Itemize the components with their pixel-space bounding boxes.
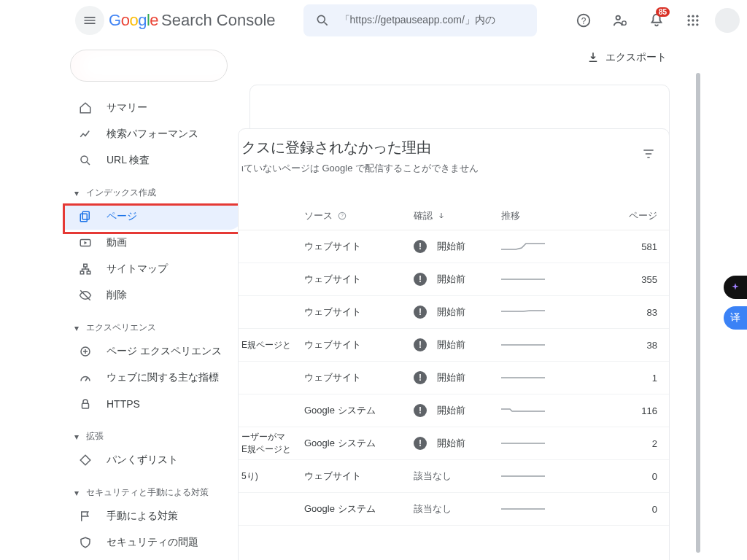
table-row[interactable]: ーザーがマ E規ページとGoogle システム!開始前2 — [239, 427, 669, 460]
svg-point-10 — [696, 19, 698, 21]
cell-confirm: !開始前 — [414, 404, 501, 417]
cell-source: ウェブサイト — [304, 371, 414, 384]
status-dot-icon: ! — [414, 306, 427, 319]
status-dot-icon: ! — [414, 338, 427, 351]
cell-confirm: !開始前 — [414, 273, 501, 286]
table-header-row: ソース ? 確認 推移 ページ — [239, 201, 669, 230]
property-selector[interactable] — [70, 50, 228, 82]
sparkline-icon — [501, 502, 545, 515]
table-row[interactable]: ウェブサイト!開始前1 — [239, 362, 669, 394]
lock-icon — [79, 397, 96, 411]
table-row[interactable]: ウェブサイト!開始前83 — [239, 296, 669, 329]
plus-circle-icon — [79, 345, 96, 358]
svg-point-12 — [692, 23, 694, 26]
cell-confirm: 該当なし — [414, 502, 501, 516]
sidebar-item-manual-actions[interactable]: 手動による対策 — [64, 503, 242, 529]
cell-confirm: !開始前 — [414, 338, 501, 351]
product-logo[interactable]: Google Search Console — [109, 11, 276, 30]
th-confirm[interactable]: 確認 — [414, 209, 501, 222]
table-row[interactable]: ウェブサイト!開始前355 — [239, 263, 669, 296]
diamond-icon — [79, 454, 96, 467]
sidebar-item-core-web-vitals[interactable]: ウェブに関する主な指標 — [64, 365, 242, 391]
cell-pages: 2 — [599, 438, 657, 449]
cell-reason: 5り) — [239, 470, 304, 483]
cell-trend — [501, 436, 589, 451]
svg-point-5 — [688, 15, 690, 18]
confirm-text: 開始前 — [437, 371, 465, 384]
cell-pages: 1 — [599, 373, 657, 384]
filter-button[interactable] — [641, 147, 656, 164]
sidebar-item-breadcrumbs[interactable]: パンくずリスト — [64, 447, 242, 473]
section-indexing[interactable]: ▾ インデックス作成 — [64, 174, 242, 203]
table-row[interactable]: Google システム!開始前116 — [239, 394, 669, 427]
th-trend[interactable]: 推移 — [501, 209, 589, 222]
notifications-button[interactable]: 85 — [642, 6, 671, 35]
speed-icon — [79, 371, 96, 384]
cell-trend — [501, 469, 589, 484]
top-right-actions: ? 85 — [569, 6, 740, 35]
table-row[interactable]: E規ページとウェブサイト!開始前38 — [239, 329, 669, 362]
sidebar-item-url-inspect[interactable]: URL 検査 — [64, 147, 242, 174]
confirm-text: 開始前 — [437, 404, 465, 417]
section-title: インデックス作成 — [86, 187, 156, 199]
sparkline-icon — [501, 370, 545, 384]
search-icon — [315, 13, 330, 28]
cell-pages: 0 — [599, 471, 657, 482]
table-row[interactable]: 5り)ウェブサイト該当なし0 — [239, 460, 669, 493]
sidebar-item-label: URL 検査 — [107, 154, 150, 167]
sidebar-item-removals[interactable]: 削除 — [64, 282, 242, 308]
help-button[interactable]: ? — [569, 6, 598, 35]
sidebar-item-label: HTTPS — [107, 398, 140, 410]
sidebar-item-video[interactable]: 動画 — [64, 230, 242, 256]
cell-pages: 0 — [599, 504, 657, 515]
sparkline-icon — [501, 469, 545, 482]
account-settings-button[interactable] — [605, 6, 635, 35]
svg-point-13 — [696, 23, 698, 26]
sparkline-icon — [501, 338, 545, 351]
confirm-text: 開始前 — [437, 306, 465, 319]
hamburger-menu-button[interactable] — [75, 6, 104, 35]
sidebar-item-label: 検索パフォーマンス — [107, 128, 198, 141]
th-pages[interactable]: ページ — [599, 209, 657, 222]
section-security[interactable]: ▾ セキュリティと手動による対策 — [64, 473, 242, 503]
translate-button[interactable]: 译 — [724, 306, 747, 330]
user-avatar[interactable] — [715, 8, 740, 33]
sidebar-item-https[interactable]: HTTPS — [64, 391, 242, 417]
confirm-text: 該当なし — [414, 502, 452, 516]
cell-confirm: !開始前 — [414, 306, 501, 319]
th-source[interactable]: ソース ? — [304, 209, 414, 222]
section-enhancements[interactable]: ▾ 拡張 — [64, 417, 242, 447]
cell-trend — [501, 272, 589, 287]
export-button[interactable]: エクスポート — [587, 51, 667, 64]
sidebar-item-performance[interactable]: 検索パフォーマンス — [64, 121, 242, 147]
chevron-down-icon: ▾ — [74, 188, 86, 198]
search-input[interactable]: 「https://getpauseapp.com/」内の — [303, 4, 537, 36]
assistant-button[interactable] — [724, 276, 747, 299]
scrollbar[interactable] — [696, 73, 700, 553]
apps-button[interactable] — [678, 6, 708, 35]
cell-pages: 83 — [599, 307, 657, 318]
product-name: Search Console — [161, 11, 276, 30]
sidebar-item-label: セキュリティの問題 — [107, 536, 198, 549]
chevron-down-icon: ▾ — [74, 432, 86, 442]
table-row[interactable]: ウェブサイト!開始前581 — [239, 230, 669, 263]
sidebar-item-summary[interactable]: サマリー — [64, 95, 242, 121]
status-dot-icon: ! — [414, 273, 427, 286]
table-row[interactable]: Google システム該当なし0 — [239, 493, 669, 526]
svg-point-0 — [317, 15, 325, 23]
cell-trend — [501, 305, 589, 320]
cell-pages: 38 — [599, 340, 657, 351]
cell-trend — [501, 338, 589, 353]
sidebar-item-security-issues[interactable]: セキュリティの問題 — [64, 529, 242, 556]
section-experience[interactable]: ▾ エクスペリエンス — [64, 308, 242, 338]
sparkline-icon — [501, 272, 545, 285]
sparkline-icon — [501, 403, 545, 416]
sidebar-item-pages[interactable]: ページ — [64, 203, 242, 230]
sidebar-item-page-experience[interactable]: ページ エクスペリエンス — [64, 338, 242, 365]
sidebar-item-sitemap[interactable]: サイトマップ — [64, 256, 242, 282]
svg-rect-18 — [84, 264, 88, 267]
visibility-off-icon — [79, 289, 96, 302]
svg-rect-22 — [82, 403, 89, 408]
search-icon — [79, 154, 96, 167]
cell-source: ウェブサイト — [304, 306, 414, 319]
